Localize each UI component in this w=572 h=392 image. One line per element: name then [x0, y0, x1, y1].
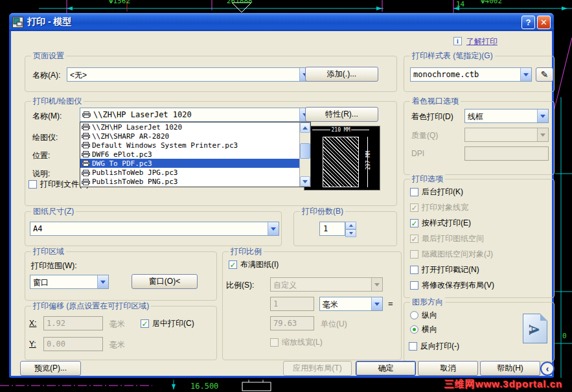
portrait-radio-row[interactable]: 纵向: [410, 310, 437, 321]
plot-upside-down-row[interactable]: 反向打印(-): [409, 341, 459, 352]
scale-lineweight-row: 缩放线宽(L): [270, 337, 323, 348]
opt-plot-stamp[interactable]: 打开打印戳记(N): [410, 264, 479, 275]
copies-value[interactable]: 1: [319, 222, 345, 236]
printer-dropdown-list: \\ZH\HP LaserJet 1020 \\ZH\SHARP AR-2820…: [80, 122, 311, 187]
printer-properties-button[interactable]: 特性(R)...: [305, 107, 378, 122]
printer-option[interactable]: PublishToWeb JPG.pc3: [80, 168, 299, 177]
spinner-up-icon[interactable]: [345, 222, 356, 229]
paper-size-label: 图纸尺寸(Z): [31, 206, 76, 217]
paper-size-combo[interactable]: A4: [30, 222, 279, 236]
help-titlebar-button[interactable]: ?: [521, 16, 535, 29]
printer-group-label: 打印机/绘图仪: [31, 96, 84, 107]
chevron-down-icon[interactable]: [268, 222, 279, 235]
shaded-viewport-label: 着色视口选项: [410, 96, 461, 107]
shade-plot-combo[interactable]: 线框: [464, 109, 549, 123]
orientation-label: 图形方向: [410, 297, 445, 308]
checkbox: [410, 281, 418, 290]
scroll-up-icon[interactable]: [300, 122, 310, 133]
help-button[interactable]: 帮助(H): [480, 361, 540, 376]
checkbox: [229, 260, 237, 269]
opt-background-plot[interactable]: 后台打印(K): [410, 187, 463, 198]
page-setup-combo[interactable]: <无>: [67, 67, 311, 82]
fit-to-paper-row[interactable]: 布满图纸(I): [229, 259, 279, 270]
plotter-label: 绘图仪:: [32, 132, 58, 143]
learn-plotting-link[interactable]: 了解打印: [466, 36, 498, 47]
edit-plot-style-button[interactable]: ✎: [536, 67, 553, 82]
scroll-down-icon[interactable]: [300, 176, 310, 187]
quality-combo: [464, 128, 549, 142]
checkbox: [410, 235, 418, 243]
x-offset-field: 1.92: [43, 316, 103, 330]
page-fold-icon: [540, 314, 547, 321]
plot-range-combo[interactable]: 窗口: [30, 275, 109, 289]
dpi-field: [464, 146, 549, 161]
paper-sheet: [323, 137, 359, 187]
scale-unit-combo[interactable]: 毫米: [319, 297, 383, 311]
x-label: X:: [29, 319, 36, 328]
printer-option[interactable]: \\ZH\HP LaserJet 1020: [80, 122, 299, 132]
checkbox: [410, 188, 418, 196]
copies-label: 打印份数(B): [300, 206, 345, 217]
spinner-down-icon[interactable]: [345, 229, 356, 237]
dim-label: Φ4002: [481, 0, 502, 5]
scale-combo: 自定义: [270, 277, 383, 292]
checkbox: [141, 319, 149, 328]
plot-scale-label: 打印比例: [229, 246, 264, 257]
x-unit-label: 毫米: [109, 319, 125, 330]
plot-style-combo[interactable]: monochrome.ctb: [410, 67, 532, 82]
y-unit-label: 毫米: [109, 340, 125, 351]
quality-label: 质量(Q): [411, 130, 438, 141]
opt-plot-with-styles[interactable]: 按样式打印(E): [410, 218, 471, 229]
printer-combo[interactable]: \\ZH\HP LaserJet 1020: [80, 108, 311, 122]
plot-dialog: 打印 - 模型 ? ✕ i 了解打印 页面设置 名称(A): <无> 添加(.)…: [9, 13, 554, 378]
checkbox: [410, 266, 418, 274]
chevron-down-icon[interactable]: [520, 68, 531, 81]
plot-options-label: 打印选项: [410, 174, 445, 185]
opt-paperspace-last: 最后打印图纸空间: [410, 233, 484, 244]
chevron-down-icon[interactable]: [371, 297, 382, 310]
dialog-title: 打印 - 模型: [27, 16, 71, 28]
y-label: Y:: [29, 340, 36, 349]
chevron-down-icon[interactable]: [537, 110, 548, 122]
printer-icon: [80, 108, 91, 121]
title-bar[interactable]: 打印 - 模型 ? ✕: [9, 13, 554, 31]
description-label: 说明:: [32, 168, 50, 179]
plot-area-label: 打印区域: [31, 246, 66, 257]
cancel-button[interactable]: 取消: [418, 361, 478, 376]
chevron-down-icon[interactable]: [97, 275, 108, 288]
scale-units-field: 79.63: [270, 316, 314, 330]
less-options-button[interactable]: ‹: [540, 362, 555, 376]
radio: [410, 311, 418, 319]
chevron-down-icon: [371, 278, 382, 291]
landscape-radio-row[interactable]: 横向: [410, 324, 437, 335]
printer-option-selected[interactable]: DWG To PDF.pc3: [80, 159, 299, 168]
add-page-setup-button[interactable]: 添加(.)...: [305, 67, 378, 82]
scale-label: 比例(S):: [226, 280, 254, 291]
center-plot-row[interactable]: 居中打印(C): [141, 318, 194, 329]
dim-label: 261888: [227, 0, 253, 5]
printer-option[interactable]: \\ZH\SHARP AR-2820: [80, 132, 299, 141]
orientation-paper-icon: A: [523, 314, 547, 343]
dropdown-scrollbar[interactable]: [299, 122, 310, 187]
scrollbar-thumb[interactable]: [300, 143, 310, 159]
opt-save-changes[interactable]: 将修改保存到布局(V): [410, 280, 494, 291]
opt-hide-paperspace: 隐藏图纸空间对象(J): [410, 249, 493, 260]
printer-option[interactable]: DWF6 ePlot.pc3: [80, 150, 299, 159]
printer-option[interactable]: PublishToWeb PNG.pc3: [80, 178, 299, 187]
checkbox: [270, 338, 279, 347]
plot-offset-group: 打印偏移 (原点设置在可打印区域): [25, 306, 217, 360]
printer-option[interactable]: Default Windows System Printer.pc3: [80, 141, 299, 150]
window-pick-button[interactable]: 窗口(O)<: [132, 274, 198, 289]
dialog-content: i 了解打印 页面设置 名称(A): <无> 添加(.)... 打印样式表 (笔…: [11, 31, 552, 376]
chevron-down-icon: [537, 128, 548, 141]
coordinate-readout: 16.500: [190, 382, 218, 391]
preview-button[interactable]: 预览(P)...: [20, 361, 81, 376]
ok-button[interactable]: 确定: [356, 361, 416, 376]
copies-stepper[interactable]: 1: [319, 222, 356, 236]
close-button[interactable]: ✕: [537, 16, 551, 29]
equals-sign: =: [388, 299, 393, 308]
units-label: 单位(U): [321, 319, 347, 330]
plot-range-label: 打印范围(W):: [31, 260, 77, 271]
page-setup-name-label: 名称(A):: [32, 70, 60, 81]
paper-width-dim: 210 MM: [312, 127, 369, 133]
